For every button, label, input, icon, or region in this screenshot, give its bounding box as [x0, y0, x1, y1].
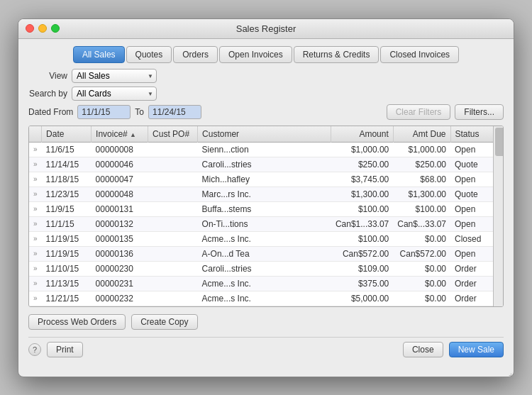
table-row[interactable]: »11/23/1500000048Marc...rs Inc.$1,300.00… [29, 187, 493, 201]
view-row: View All Sales [28, 69, 504, 83]
table-row[interactable]: »11/21/1500000232Acme...s Inc.$5,000.00$… [29, 291, 493, 306]
maximize-traffic-light[interactable] [51, 24, 60, 33]
bottom-action-buttons: Process Web Orders Create Copy [28, 314, 504, 330]
table-row[interactable]: »11/13/1500000231Acme...s Inc.$375.00$0.… [29, 276, 493, 291]
col-custpo-header[interactable]: Cust PO# [148, 126, 198, 143]
customer-cell: Acme...s Inc. [198, 276, 331, 291]
content-area: All Sales Quotes Orders Open Invoices Re… [18, 39, 514, 367]
custpo-cell [148, 231, 198, 246]
tab-quotes[interactable]: Quotes [126, 46, 172, 63]
amtdue-cell: $0.00 [393, 291, 450, 306]
customer-cell: Buffa...stems [198, 201, 331, 216]
table-row[interactable]: »11/9/1500000131Buffa...stems$100.00$100… [29, 201, 493, 216]
invoice-cell: 00000135 [92, 231, 148, 246]
tab-closed-invoices[interactable]: Closed Invoices [380, 46, 459, 63]
col-customer-header[interactable]: Customer [198, 126, 331, 143]
status-cell: Order [450, 291, 493, 306]
status-cell: Open [450, 172, 493, 187]
table-row[interactable]: »11/19/1500000135Acme...s Inc.$100.00$0.… [29, 231, 493, 246]
date-cell: 11/23/15 [42, 187, 92, 201]
tab-orders[interactable]: Orders [173, 46, 218, 63]
sales-table-container: Date Invoice# ▲ Cust PO# Customer Amount… [28, 126, 504, 307]
amtdue-cell: $68.00 [393, 172, 450, 187]
date-cell: 11/21/15 [42, 291, 92, 306]
custpo-cell [148, 201, 198, 216]
status-cell: Open [450, 201, 493, 216]
date-cell: 11/13/15 [42, 276, 92, 291]
col-amount-header[interactable]: Amount [331, 126, 393, 143]
create-copy-button[interactable]: Create Copy [131, 314, 197, 330]
arrow-cell: » [29, 172, 42, 187]
table-row[interactable]: »11/18/1500000047Mich...hafley$3,745.00$… [29, 172, 493, 187]
footer: ? Print Close New Sale [28, 337, 504, 360]
arrow-cell: » [29, 157, 42, 172]
vertical-scrollbar[interactable] [493, 126, 503, 306]
table-scroll-area: Date Invoice# ▲ Cust PO# Customer Amount… [29, 126, 503, 306]
col-status-header[interactable]: Status [450, 126, 493, 143]
filter-action-buttons: Clear Filters Filters... [387, 104, 504, 120]
amtdue-cell: Can$572.00 [393, 246, 450, 261]
search-select-wrapper: All Cards [72, 87, 157, 101]
amount-cell: $3,745.00 [331, 172, 393, 187]
custpo-cell [148, 187, 198, 201]
date-from-label: Dated From [28, 107, 73, 117]
filters-button[interactable]: Filters... [455, 104, 504, 120]
tab-returns-credits[interactable]: Returns & Credits [294, 46, 379, 63]
date-row: Dated From To Clear Filters Filters... [28, 104, 504, 120]
view-select-wrapper: All Sales [72, 69, 157, 83]
custpo-cell [148, 142, 198, 157]
tab-bar: All Sales Quotes Orders Open Invoices Re… [28, 46, 504, 63]
help-button[interactable]: ? [28, 343, 41, 356]
custpo-cell [148, 246, 198, 261]
amtdue-cell: $0.00 [393, 276, 450, 291]
close-traffic-light[interactable] [26, 24, 34, 33]
invoice-cell: 00000136 [92, 246, 148, 261]
invoice-cell: 00000132 [92, 216, 148, 231]
customer-cell: Caroli...stries [198, 157, 331, 172]
clear-filters-button[interactable]: Clear Filters [387, 104, 451, 120]
view-label: View [28, 71, 67, 81]
table-row[interactable]: »11/14/1500000046Caroli...stries$250.00$… [29, 157, 493, 172]
amtdue-cell: $1,000.00 [393, 142, 450, 157]
date-from-input[interactable] [77, 105, 131, 119]
process-web-orders-button[interactable]: Process Web Orders [28, 314, 126, 330]
close-button[interactable]: Close [403, 342, 443, 357]
date-cell: 11/9/15 [42, 201, 92, 216]
col-invoice-header[interactable]: Invoice# ▲ [92, 126, 148, 143]
view-select[interactable]: All Sales [72, 69, 157, 83]
col-date-header[interactable]: Date [42, 126, 92, 143]
arrow-cell: » [29, 142, 42, 157]
table-row[interactable]: »11/19/1500000136A-On...d TeaCan$572.00C… [29, 246, 493, 261]
sort-arrow-icon: ▲ [130, 131, 136, 138]
date-to-label: To [135, 107, 144, 117]
invoice-cell: 00000131 [92, 201, 148, 216]
custpo-cell [148, 157, 198, 172]
amount-cell: $1,000.00 [331, 142, 393, 157]
amount-cell: Can$572.00 [331, 246, 393, 261]
table-row[interactable]: »11/6/1500000008Sienn...ction$1,000.00$1… [29, 142, 493, 157]
customer-cell: A-On...d Tea [198, 246, 331, 261]
new-sale-button[interactable]: New Sale [449, 342, 504, 357]
scrollbar-thumb[interactable] [495, 128, 504, 156]
amount-cell: $100.00 [331, 201, 393, 216]
invoice-cell: 00000008 [92, 142, 148, 157]
tab-all-sales[interactable]: All Sales [73, 46, 125, 63]
status-cell: Quote [450, 187, 493, 201]
invoice-cell: 00000230 [92, 261, 148, 276]
arrow-cell: » [29, 261, 42, 276]
amtdue-cell: $250.00 [393, 157, 450, 172]
table-row[interactable]: »11/1/1500000132On-Ti...tionsCan$1...33.… [29, 216, 493, 231]
arrow-cell: » [29, 216, 42, 231]
print-button[interactable]: Print [47, 342, 83, 357]
col-amtdue-header[interactable]: Amt Due [393, 126, 450, 143]
resize-handle[interactable]: ⌟ [18, 367, 514, 377]
tab-open-invoices[interactable]: Open Invoices [219, 46, 292, 63]
table-row[interactable]: »11/10/1500000230Caroli...stries$109.00$… [29, 261, 493, 276]
search-select[interactable]: All Cards [72, 87, 157, 101]
traffic-lights [26, 24, 60, 33]
invoice-cell: 00000047 [92, 172, 148, 187]
customer-cell: Sienn...ction [198, 142, 331, 157]
date-to-input[interactable] [148, 105, 201, 119]
minimize-traffic-light[interactable] [38, 24, 47, 33]
status-cell: Order [450, 261, 493, 276]
